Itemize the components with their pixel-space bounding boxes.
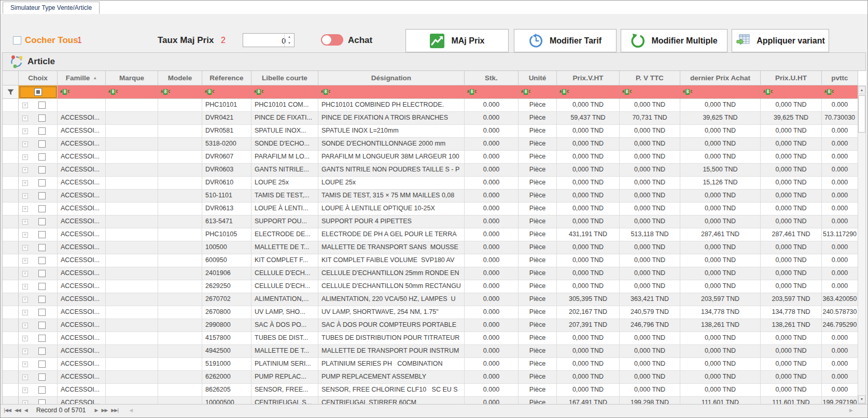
- table-row[interactable]: +ACCESSOI...4157800TUBES DE DIST...TUBES…: [3, 332, 858, 345]
- row-checkbox[interactable]: [38, 296, 46, 303]
- table-row[interactable]: +ACCESSOI...DVR0421PINCE DE FIXATI...PIN…: [3, 112, 858, 125]
- table-row[interactable]: +ACCESSOI...PHC10105ELECTRODE DE...ELECT…: [3, 228, 858, 241]
- expand-row-icon[interactable]: +: [22, 336, 28, 341]
- expand-row-icon[interactable]: +: [22, 103, 28, 108]
- row-checkbox[interactable]: [38, 270, 46, 277]
- filter-cell-modele[interactable]: ABC: [158, 85, 202, 99]
- expand-row-icon[interactable]: +: [22, 362, 28, 367]
- row-checkbox[interactable]: [38, 218, 46, 225]
- row-checkbox[interactable]: [38, 386, 46, 394]
- table-row[interactable]: +ACCESSOI...2670800UV LAMP, SHO...UV LAM…: [3, 306, 858, 319]
- column-header-prix-v-ht[interactable]: Prix.V.HT: [557, 71, 620, 85]
- expand-row-icon[interactable]: +: [22, 219, 28, 225]
- modifier-tarif-button[interactable]: Modifier Tarif: [514, 29, 617, 52]
- row-checkbox[interactable]: [38, 231, 46, 238]
- filter-cell-prix-v-ht[interactable]: ABC: [557, 85, 620, 99]
- row-checkbox[interactable]: [38, 283, 46, 290]
- expand-row-icon[interactable]: +: [22, 323, 28, 328]
- filter-cell-choix[interactable]: [19, 85, 58, 99]
- scroll-up-icon[interactable]: ▲: [858, 86, 865, 94]
- row-checkbox[interactable]: [38, 244, 46, 251]
- filter-cell-dernier-prix-achat[interactable]: ABC: [680, 85, 761, 99]
- expand-row-icon[interactable]: +: [22, 180, 28, 186]
- table-row[interactable]: +ACCESSOI...6262000PUMP REPLAC...PUMP RE…: [3, 371, 858, 384]
- row-checkbox[interactable]: [38, 257, 46, 264]
- row-checkbox[interactable]: [38, 361, 46, 368]
- row-checkbox[interactable]: [38, 127, 46, 135]
- expand-row-icon[interactable]: +: [22, 349, 28, 354]
- filter-cell-libelle-courte[interactable]: ABC: [251, 85, 318, 99]
- table-row[interactable]: +ACCESSOI...100500MALLETTE DE T...MALLET…: [3, 241, 858, 254]
- expand-row-icon[interactable]: +: [22, 206, 28, 212]
- column-header-p-v-ttc[interactable]: P. V TTC: [620, 71, 680, 85]
- nav-first-button[interactable]: |◀◀: [4, 405, 11, 416]
- row-checkbox[interactable]: [38, 373, 46, 381]
- hscroll-left-icon[interactable]: ◀: [129, 405, 132, 416]
- hscroll-right-icon[interactable]: ▶: [849, 405, 853, 416]
- table-row[interactable]: +ACCESSOI...DVR0607PARAFILM M LO...PARAF…: [3, 151, 858, 164]
- vertical-scrollbar[interactable]: ▲ ▼: [858, 85, 866, 404]
- row-checkbox[interactable]: [38, 348, 46, 355]
- row-checkbox[interactable]: [38, 335, 46, 342]
- row-checkbox[interactable]: [38, 140, 46, 148]
- achat-toggle[interactable]: [321, 34, 343, 46]
- column-header-marque[interactable]: Marque: [106, 71, 158, 85]
- expand-row-icon[interactable]: +: [22, 245, 28, 251]
- expand-row-icon[interactable]: +: [22, 271, 28, 277]
- select-all-checkbox[interactable]: [34, 88, 42, 96]
- row-checkbox[interactable]: [38, 166, 46, 174]
- expand-row-icon[interactable]: +: [22, 258, 28, 264]
- expand-row-icon[interactable]: +: [22, 232, 28, 238]
- column-header-libelle-courte[interactable]: Libelle courte: [251, 71, 318, 85]
- expand-row-icon[interactable]: +: [22, 167, 28, 173]
- filter-cell-prix-u-ht[interactable]: ABC: [761, 85, 822, 99]
- column-header-pvttc[interactable]: pvttc: [822, 71, 858, 85]
- filter-cell-r-ference[interactable]: ABC: [202, 85, 251, 99]
- nav-next-button[interactable]: ▶: [95, 405, 98, 416]
- table-row[interactable]: +ACCESSOI...510-1101TAMIS DE TEST,...TAM…: [3, 190, 858, 203]
- expand-row-icon[interactable]: +: [22, 141, 28, 147]
- expand-row-icon[interactable]: +: [22, 193, 28, 199]
- column-header-d-signation[interactable]: Désignation: [318, 71, 465, 85]
- nav-last-button[interactable]: ▶▶|: [111, 405, 118, 416]
- table-row[interactable]: +PHC10101PHC10101 COM...PHC10101 COMBINE…: [3, 99, 858, 112]
- filter-cell-p-v-ttc[interactable]: ABC: [620, 85, 680, 99]
- expand-row-icon[interactable]: +: [22, 284, 28, 290]
- column-header-unit[interactable]: Unité: [519, 71, 557, 85]
- table-row[interactable]: +ACCESSOI...DVR0610LOUPE 25xLOUPE 25x0.0…: [3, 177, 858, 190]
- nav-next-page-button[interactable]: ▶▶: [101, 405, 107, 416]
- row-checkbox[interactable]: [38, 153, 46, 161]
- expand-row-icon[interactable]: +: [22, 297, 28, 302]
- filter-cell-d-signation[interactable]: ABC: [318, 85, 465, 99]
- table-row[interactable]: +ACCESSOI...5191000PLATINIUM SERI...PLAT…: [3, 358, 858, 371]
- cocher-tous-checkbox[interactable]: [13, 36, 21, 45]
- table-row[interactable]: +ACCESSOI...2670702ALIMENTATION,...ALIME…: [3, 293, 858, 306]
- expand-row-icon[interactable]: +: [22, 374, 28, 380]
- column-header-stk[interactable]: Stk.: [465, 71, 519, 85]
- table-row[interactable]: +ACCESSOI...4942500MALLETTE DE T...MALLE…: [3, 345, 858, 358]
- filter-cell-pvttc[interactable]: ABC: [822, 85, 858, 99]
- expand-row-icon[interactable]: +: [22, 116, 28, 121]
- table-row[interactable]: +ACCESSOI...2629250CELLULE D'ECH...CELLU…: [3, 280, 858, 293]
- row-checkbox[interactable]: [38, 399, 46, 404]
- column-header-dernier-prix-achat[interactable]: dernier Prix Achat: [680, 71, 761, 85]
- column-header-prix-u-ht[interactable]: Prix.U.HT: [761, 71, 822, 85]
- row-checkbox[interactable]: [38, 179, 46, 186]
- table-row[interactable]: +ACCESSOI...2401906CELLULE D'ECH...CELLU…: [3, 267, 858, 280]
- filter-cell-famille[interactable]: ABC: [58, 85, 106, 99]
- table-row[interactable]: +ACCESSOI...10000500CENTRIFUGAL S...CENT…: [3, 397, 858, 404]
- column-header-r-ference[interactable]: Réference: [202, 71, 251, 85]
- expand-row-icon[interactable]: +: [22, 154, 28, 160]
- table-row[interactable]: +ACCESSOI...613-5471SUPPORT POU...SUPPOR…: [3, 215, 858, 228]
- table-row[interactable]: +ACCESSOI...DVR0581SPATULE INOX...SPATUL…: [3, 125, 858, 138]
- column-header-famille[interactable]: Famille▲: [58, 71, 106, 85]
- expand-row-icon[interactable]: +: [22, 400, 28, 404]
- row-checkbox[interactable]: [38, 114, 46, 122]
- expand-row-icon[interactable]: +: [22, 128, 28, 134]
- filter-cell-unit[interactable]: ABC: [519, 85, 557, 99]
- filter-cell-marque[interactable]: ABC: [106, 85, 158, 99]
- table-row[interactable]: +ACCESSOI...600950KIT COMPLET F...KIT CO…: [3, 254, 858, 267]
- maj-prix-button[interactable]: MAj Prix: [405, 29, 509, 52]
- nav-prev-button[interactable]: ◀: [24, 405, 27, 416]
- row-checkbox[interactable]: [38, 309, 46, 316]
